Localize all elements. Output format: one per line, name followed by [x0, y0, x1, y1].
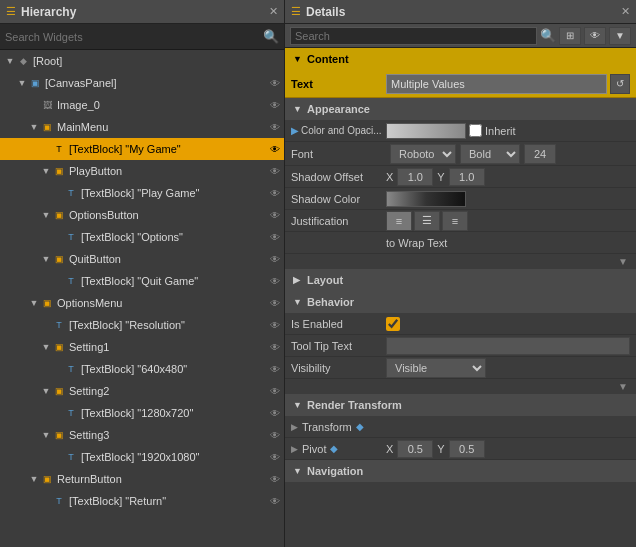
- justify-center-button[interactable]: ☰: [414, 211, 440, 231]
- visibility-icon-options[interactable]: 👁: [270, 232, 280, 243]
- scroll-down-indicator: ▼: [285, 254, 636, 269]
- shadow-y-label: Y: [437, 171, 444, 183]
- justify-left-button[interactable]: ≡: [386, 211, 412, 231]
- justification-row: Justification ≡ ☰ ≡: [285, 210, 636, 232]
- text-icon-return: T: [52, 494, 66, 508]
- color-opacity-label: ▶Color and Opaci...: [291, 125, 386, 136]
- visibility-icon-setting3[interactable]: 👁: [270, 430, 280, 441]
- tree-item-optionsmenu[interactable]: ▣ OptionsMenu 👁: [0, 292, 284, 314]
- visibility-icon-resolution[interactable]: 👁: [270, 320, 280, 331]
- visibility-icon-image0[interactable]: 👁: [270, 100, 280, 111]
- tree-item-textblock-return[interactable]: T [TextBlock] "Return" 👁: [0, 490, 284, 512]
- nav-section-header[interactable]: ▼ Navigation: [285, 460, 636, 482]
- tree-item-textblock-playgame[interactable]: T [TextBlock] "Play Game" 👁: [0, 182, 284, 204]
- tree-item-textblock-resolution[interactable]: T [TextBlock] "Resolution" 👁: [0, 314, 284, 336]
- render-transform-section: ▼ Render Transform ▶ Transform ◆ ▶ Pivot: [285, 394, 636, 460]
- font-size-input[interactable]: [524, 144, 556, 164]
- justify-right-button[interactable]: ≡: [442, 211, 468, 231]
- visibility-icon-optionsmenu[interactable]: 👁: [270, 298, 280, 309]
- tree-item-optionsbutton[interactable]: ▣ OptionsButton 👁: [0, 204, 284, 226]
- text-icon-playgame: T: [64, 186, 78, 200]
- visibility-icon-mygame[interactable]: 👁: [270, 144, 280, 155]
- tree-label-options: [TextBlock] "Options": [81, 231, 183, 243]
- layout-arrow: ▶: [293, 275, 303, 285]
- visibility-icon-canvaspanel[interactable]: 👁: [270, 78, 280, 89]
- tree-item-textblock-options[interactable]: T [TextBlock] "Options" 👁: [0, 226, 284, 248]
- content-text-input[interactable]: [386, 74, 607, 94]
- visibility-icon-1280[interactable]: 👁: [270, 408, 280, 419]
- hierarchy-search-input[interactable]: [5, 31, 263, 43]
- tree-item-playbutton[interactable]: ▣ PlayButton 👁: [0, 160, 284, 182]
- shadow-x-input[interactable]: [397, 168, 433, 186]
- details-toolbar: 🔍 ⊞ 👁 ▼: [285, 24, 636, 48]
- visibility-icon-playgame[interactable]: 👁: [270, 188, 280, 199]
- font-family-dropdown[interactable]: Roboto: [390, 144, 456, 164]
- visibility-icon-optionsbutton[interactable]: 👁: [270, 210, 280, 221]
- tree-item-image0[interactable]: 🖼 Image_0 👁: [0, 94, 284, 116]
- visibility-icon-1920[interactable]: 👁: [270, 452, 280, 463]
- details-grid-btn[interactable]: ⊞: [559, 27, 581, 45]
- visibility-icon-setting2[interactable]: 👁: [270, 386, 280, 397]
- tree-item-mainmenu[interactable]: ▣ MainMenu 👁: [0, 116, 284, 138]
- visibility-icon-quitbutton[interactable]: 👁: [270, 254, 280, 265]
- tree-item-textblock-1920[interactable]: T [TextBlock] "1920x1080" 👁: [0, 446, 284, 468]
- appearance-section-header: ▼ Appearance: [285, 98, 636, 120]
- tree-label-mainmenu: MainMenu: [57, 121, 108, 133]
- color-swatch[interactable]: [386, 123, 466, 139]
- content-refresh-button[interactable]: ↺: [610, 74, 630, 94]
- navigation-section: ▼ Navigation: [285, 460, 636, 482]
- tree-item-quitbutton[interactable]: ▣ QuitButton 👁: [0, 248, 284, 270]
- tree-item-textblock-640[interactable]: T [TextBlock] "640x480" 👁: [0, 358, 284, 380]
- visibility-dropdown[interactable]: Visible Hidden Collapsed: [386, 358, 486, 378]
- hierarchy-close-button[interactable]: ✕: [269, 5, 278, 18]
- inherit-checkbox[interactable]: [469, 124, 482, 137]
- tree-item-returnbutton[interactable]: ▣ ReturnButton 👁: [0, 468, 284, 490]
- hierarchy-search-icon[interactable]: 🔍: [263, 29, 279, 44]
- tree-arrow-setting1: [40, 342, 52, 352]
- tree-label-returnbutton: ReturnButton: [57, 473, 122, 485]
- details-content: ▼ Content Text ↺ ▼ Appearance: [285, 48, 636, 547]
- render-section-header: ▼ Render Transform: [285, 394, 636, 416]
- tree-item-textblock-quitgame[interactable]: T [TextBlock] "Quit Game" 👁: [0, 270, 284, 292]
- is-enabled-checkbox[interactable]: [386, 317, 400, 331]
- details-dropdown-btn[interactable]: ▼: [609, 27, 631, 45]
- shadow-color-swatch[interactable]: [386, 191, 466, 207]
- tree-item-canvaspanel[interactable]: ▣ [CanvasPanel] 👁: [0, 72, 284, 94]
- pivot-x-input[interactable]: [397, 440, 433, 458]
- visibility-icon-returnbutton[interactable]: 👁: [270, 474, 280, 485]
- layout-section-header[interactable]: ▶ Layout: [285, 269, 636, 291]
- tree-item-setting1[interactable]: ▣ Setting1 👁: [0, 336, 284, 358]
- pivot-y-input[interactable]: [449, 440, 485, 458]
- visibility-icon-640[interactable]: 👁: [270, 364, 280, 375]
- text-icon-1280: T: [64, 406, 78, 420]
- visibility-icon-return[interactable]: 👁: [270, 496, 280, 507]
- pivot-label: ▶ Pivot ◆: [291, 443, 386, 455]
- font-weight-dropdown[interactable]: Bold: [460, 144, 520, 164]
- canvas-icon: ▣: [28, 76, 42, 90]
- visibility-row: Visibility Visible Hidden Collapsed: [285, 357, 636, 379]
- visibility-value: Visible Hidden Collapsed: [386, 358, 630, 378]
- tooltip-input[interactable]: [386, 337, 630, 355]
- text-icon-mygame: T: [52, 142, 66, 156]
- tree-label-playgame: [TextBlock] "Play Game": [81, 187, 199, 199]
- image-icon: 🖼: [40, 98, 54, 112]
- tree-item-textblock-1280[interactable]: T [TextBlock] "1280x720" 👁: [0, 402, 284, 424]
- tree-item-setting3[interactable]: ▣ Setting3 👁: [0, 424, 284, 446]
- details-close-button[interactable]: ✕: [621, 5, 630, 18]
- shadow-y-input[interactable]: [449, 168, 485, 186]
- justification-label: Justification: [291, 215, 386, 227]
- tree-item-root[interactable]: ◆ [Root]: [0, 50, 284, 72]
- visibility-icon-mainmenu[interactable]: 👁: [270, 122, 280, 133]
- visibility-icon-playbutton[interactable]: 👁: [270, 166, 280, 177]
- tree-item-textblock-mygame[interactable]: T [TextBlock] "My Game" 👁: [0, 138, 284, 160]
- tree-arrow-optionsmenu: [28, 298, 40, 308]
- tree-item-setting2[interactable]: ▣ Setting2 👁: [0, 380, 284, 402]
- button-icon-setting1: ▣: [52, 340, 66, 354]
- visibility-icon-quitgame[interactable]: 👁: [270, 276, 280, 287]
- details-panel: ☰ Details ✕ 🔍 ⊞ 👁 ▼ ▼ Content Text: [285, 0, 636, 547]
- details-search-input[interactable]: [290, 27, 537, 45]
- details-eye-btn[interactable]: 👁: [584, 27, 606, 45]
- tree-label-quitgame: [TextBlock] "Quit Game": [81, 275, 198, 287]
- details-search-icon[interactable]: 🔍: [540, 28, 556, 43]
- visibility-icon-setting1[interactable]: 👁: [270, 342, 280, 353]
